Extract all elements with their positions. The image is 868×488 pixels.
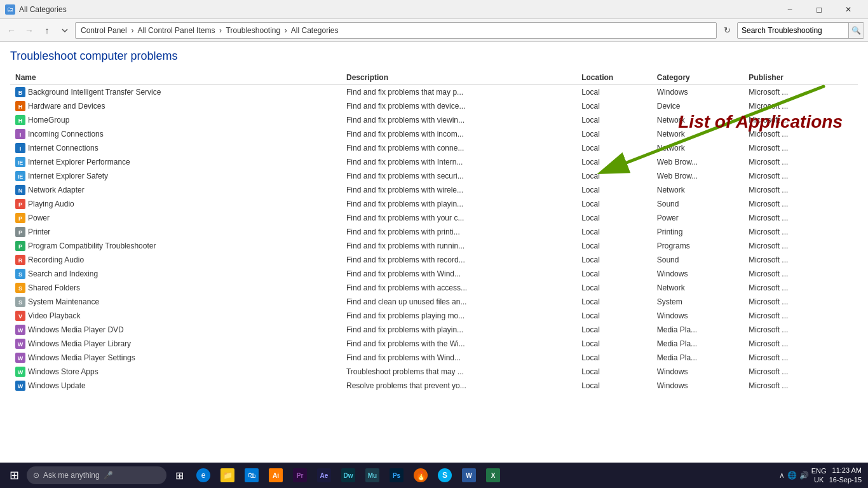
- items-table-container: Name Description Location Category Publi…: [10, 71, 858, 463]
- svg-text:W: W: [18, 369, 24, 376]
- item-publisher-cell: Microsoft ...: [743, 337, 858, 351]
- item-icon: W: [15, 367, 25, 377]
- back-button[interactable]: ←: [4, 23, 19, 38]
- item-category-cell: Media Pla...: [652, 337, 744, 351]
- item-name-text: Hardware and Devices: [28, 102, 105, 111]
- table-row[interactable]: P Program Compatibility Troubleshooter F…: [10, 239, 858, 253]
- item-name-cell: I Incoming Connections: [10, 127, 341, 141]
- item-location-cell: Local: [576, 113, 652, 127]
- item-name-cell: V Video Playback: [10, 309, 341, 323]
- col-header-category[interactable]: Category: [652, 71, 744, 85]
- item-description-cell: Find and fix problems that may p...: [341, 85, 576, 99]
- item-description-cell: Resolve problems that prevent yo...: [341, 379, 576, 393]
- minimize-button[interactable]: –: [775, 0, 804, 19]
- table-row[interactable]: S Search and Indexing Find and fix probl…: [10, 267, 858, 281]
- item-name-cell: P Playing Audio: [10, 197, 341, 211]
- forward-button[interactable]: →: [22, 23, 37, 38]
- svg-text:P: P: [18, 215, 22, 222]
- item-name-text: Internet Explorer Performance: [28, 158, 130, 166]
- table-row[interactable]: W Windows Media Player Library Find and …: [10, 337, 858, 351]
- table-row[interactable]: P Printer Find and fix problems with pri…: [10, 225, 858, 239]
- item-icon: S: [15, 269, 25, 279]
- table-row[interactable]: I Incoming Connections Find and fix prob…: [10, 127, 858, 141]
- table-row[interactable]: R Recording Audio Find and fix problems …: [10, 253, 858, 267]
- table-row[interactable]: H Hardware and Devices Find and fix prob…: [10, 99, 858, 113]
- item-publisher-cell: Microsoft ...: [743, 323, 858, 337]
- refresh-button[interactable]: ↻: [719, 23, 735, 38]
- item-description-cell: Troubleshoot problems that may ...: [341, 365, 576, 379]
- item-name-text: Shared Folders: [28, 283, 80, 292]
- table-row[interactable]: H HomeGroup Find and fix problems with v…: [10, 113, 858, 127]
- item-category-cell: System: [652, 295, 744, 309]
- table-row[interactable]: S Shared Folders Find and fix problems w…: [10, 281, 858, 295]
- item-category-cell: Network: [652, 183, 744, 197]
- table-row[interactable]: IE Internet Explorer Performance Find an…: [10, 155, 858, 169]
- item-publisher-cell: Microsoft ...: [743, 155, 858, 169]
- item-icon: P: [15, 199, 25, 209]
- svg-text:P: P: [18, 243, 22, 250]
- table-row[interactable]: S System Maintenance Find and clean up u…: [10, 295, 858, 309]
- svg-text:W: W: [18, 341, 24, 348]
- search-submit-button[interactable]: 🔍: [848, 23, 864, 38]
- item-icon: S: [15, 297, 25, 307]
- table-row[interactable]: W Windows Media Player Settings Find and…: [10, 351, 858, 365]
- table-row[interactable]: W Windows Media Player DVD Find and fix …: [10, 323, 858, 337]
- item-icon: W: [15, 353, 25, 363]
- title-bar: 🗂 All Categories – ◻ ✕: [0, 0, 868, 19]
- item-publisher-cell: Microsoft ...: [743, 169, 858, 183]
- search-input[interactable]: [738, 23, 848, 38]
- item-description-cell: Find and fix problems with record...: [341, 253, 576, 267]
- item-icon: N: [15, 185, 25, 195]
- item-publisher-cell: Microsoft ...: [743, 99, 858, 113]
- svg-text:IE: IE: [18, 159, 24, 166]
- table-row[interactable]: I Internet Connections Find and fix prob…: [10, 141, 858, 155]
- item-publisher-cell: Microsoft ...: [743, 211, 858, 225]
- restore-button[interactable]: ◻: [804, 0, 834, 19]
- close-button[interactable]: ✕: [834, 0, 863, 19]
- item-name-text: Windows Media Player DVD: [28, 325, 124, 334]
- item-publisher-cell: Microsoft ...: [743, 85, 858, 99]
- col-header-description[interactable]: Description: [341, 71, 576, 85]
- table-row[interactable]: N Network Adapter Find and fix problems …: [10, 183, 858, 197]
- item-icon: P: [15, 241, 25, 251]
- item-publisher-cell: Microsoft ...: [743, 113, 858, 127]
- item-name-text: Program Compatibility Troubleshooter: [28, 241, 156, 250]
- item-location-cell: Local: [576, 337, 652, 351]
- item-description-cell: Find and fix problems with playin...: [341, 197, 576, 211]
- item-name-text: Network Adapter: [28, 186, 85, 194]
- svg-text:H: H: [18, 104, 23, 110]
- item-description-cell: Find and fix problems with Wind...: [341, 267, 576, 281]
- item-name-text: Windows Media Player Settings: [28, 353, 135, 362]
- item-icon: P: [15, 227, 25, 237]
- address-input[interactable]: [75, 22, 717, 39]
- item-name-text: Recording Audio: [28, 255, 84, 264]
- item-name-cell: W Windows Media Player Settings: [10, 351, 341, 365]
- item-category-cell: Sound: [652, 197, 744, 211]
- item-category-cell: Network: [652, 113, 744, 127]
- item-name-text: Background Intelligent Transfer Service: [28, 88, 161, 97]
- item-icon: R: [15, 255, 25, 265]
- item-publisher-cell: Microsoft ...: [743, 127, 858, 141]
- item-category-cell: Web Brow...: [652, 155, 744, 169]
- table-row[interactable]: V Video Playback Find and fix problems p…: [10, 309, 858, 323]
- svg-text:S: S: [18, 285, 22, 292]
- table-row[interactable]: P Playing Audio Find and fix problems wi…: [10, 197, 858, 211]
- item-location-cell: Local: [576, 351, 652, 365]
- item-icon: IE: [15, 157, 25, 167]
- item-icon: B: [15, 87, 25, 97]
- page-title: Troubleshoot computer problems: [10, 50, 858, 63]
- item-publisher-cell: Microsoft ...: [743, 183, 858, 197]
- item-publisher-cell: Microsoft ...: [743, 295, 858, 309]
- item-icon: IE: [15, 171, 25, 181]
- table-row[interactable]: W Windows Store Apps Troubleshoot proble…: [10, 365, 858, 379]
- col-header-publisher[interactable]: Publisher: [743, 71, 858, 85]
- table-row[interactable]: P Power Find and fix problems with your …: [10, 211, 858, 225]
- item-icon: I: [15, 129, 25, 139]
- up-button[interactable]: ↑: [39, 23, 55, 38]
- table-row[interactable]: B Background Intelligent Transfer Servic…: [10, 85, 858, 99]
- table-row[interactable]: W Windows Update Resolve problems that p…: [10, 379, 858, 393]
- recent-locations-button[interactable]: [57, 23, 72, 38]
- col-header-name[interactable]: Name: [10, 71, 341, 85]
- col-header-location[interactable]: Location: [576, 71, 652, 85]
- table-row[interactable]: IE Internet Explorer Safety Find and fix…: [10, 169, 858, 183]
